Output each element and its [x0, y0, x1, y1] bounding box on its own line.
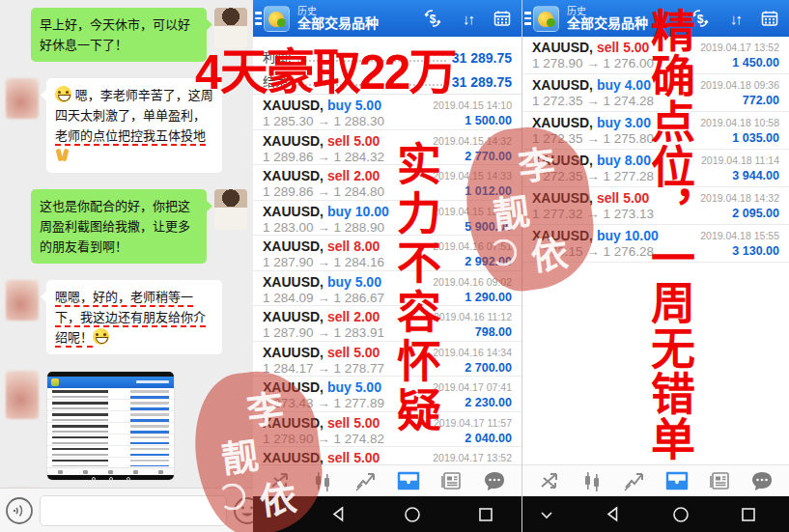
- summary-value: 31 289.75: [452, 50, 512, 66]
- messages-bubble-icon[interactable]: [749, 469, 775, 492]
- svg-text:$: $: [430, 13, 437, 26]
- trade-symbol: XAUUSD,: [263, 204, 324, 219]
- mini-navbar: [47, 475, 174, 481]
- trade-date: 2019.04.18 14:32: [700, 192, 779, 204]
- trade-side: sell 2.00: [327, 309, 380, 324]
- message-text: 嗯，李老师辛苦了，这周四天太刺激了，单单盈利，: [55, 88, 213, 123]
- trade-prices: 1 278.90 → 1 276.00: [532, 56, 654, 70]
- trade-prices: 1 289.86 → 1 284.80: [263, 184, 384, 199]
- trade-date: 2019.04.18 15:55: [700, 230, 779, 241]
- avatar[interactable]: [6, 371, 39, 419]
- avatar[interactable]: [6, 280, 39, 321]
- history-tray-icon-active[interactable]: [396, 469, 421, 492]
- android-home-icon[interactable]: [672, 506, 690, 523]
- promo-vertical-text-right: 精确点位，一周无错单: [637, 8, 701, 462]
- mt4-bottom-toolbar: [522, 464, 789, 496]
- mini-trade-list: [47, 388, 174, 467]
- android-hide-nav-chevron-icon[interactable]: [540, 510, 553, 519]
- trade-symbol: XAUUSD,: [263, 274, 324, 290]
- chat-text-input[interactable]: [40, 495, 227, 526]
- trade-side: buy 5.00: [327, 274, 381, 290]
- trade-date: 2019.04.17 13:52: [433, 452, 512, 463]
- trade-symbol: XAUUSD,: [263, 345, 324, 360]
- trade-side: buy 10.00: [327, 204, 389, 219]
- mt4-app-logo-icon: [533, 6, 559, 32]
- avatar[interactable]: [214, 189, 247, 230]
- symbol-filter-label: 全部交易品种: [567, 16, 648, 31]
- stamp-character: 靓: [491, 193, 531, 234]
- news-icon[interactable]: [707, 469, 732, 492]
- trade-side: buy 5.00: [327, 379, 381, 395]
- trade-prices: 1 284.09 → 1 286.67: [263, 291, 384, 305]
- message-text-underlined: 老师的点位把控我五体投地: [55, 128, 206, 143]
- summary-value: 31 289.75: [452, 74, 512, 90]
- trade-profit: 1 035.00: [700, 131, 779, 145]
- trade-profit: 1 450.00: [700, 56, 779, 70]
- trade-side: sell 8.00: [327, 238, 380, 254]
- stamp-character: 依: [529, 236, 570, 276]
- trade-prices: 1 289.86 → 1 284.32: [263, 150, 384, 164]
- history-tray-icon-active[interactable]: [664, 469, 690, 492]
- trade-symbol: XAUUSD,: [532, 77, 593, 93]
- android-back-icon[interactable]: [605, 506, 621, 522]
- calendar-icon[interactable]: [760, 9, 779, 28]
- news-icon[interactable]: [438, 469, 464, 492]
- trade-symbol: XAUUSD,: [532, 40, 593, 55]
- trade-date: 2019.04.18 09:36: [700, 79, 779, 91]
- currency-exchange-icon[interactable]: $: [422, 8, 443, 29]
- charts-icon[interactable]: [353, 469, 379, 492]
- trade-symbol: XAUUSD,: [263, 309, 324, 324]
- mini-toolbar: [47, 467, 174, 475]
- quotes-candlestick-icon[interactable]: [579, 469, 605, 492]
- chat-message: 这也是你配合的好，你把这周盈利截图给我撒，让更多的朋友看到啊！: [6, 189, 247, 264]
- trade-prices: 1 283.00 → 1 288.90: [263, 220, 389, 235]
- chat-bubble: 这也是你配合的好，你把这周盈利截图给我撒，让更多的朋友看到啊！: [31, 189, 207, 264]
- trade-profit: 3 130.00: [700, 244, 779, 258]
- grin-emoji-icon: [55, 86, 71, 102]
- trade-symbol: XAUUSD,: [263, 238, 324, 254]
- trade-date: 2019.04.18 11:14: [701, 154, 779, 166]
- android-home-icon[interactable]: [404, 506, 421, 523]
- mt4-header: 历史 全部交易品种 $ ↓↑: [253, 0, 521, 37]
- messages-bubble-icon[interactable]: [482, 469, 507, 492]
- promo-vertical-text-mid: 实力不容怀疑: [383, 141, 447, 436]
- android-nav-bar: [522, 496, 789, 532]
- trade-side: sell 5.00: [327, 133, 380, 149]
- trade-symbol: XAUUSD,: [263, 133, 324, 149]
- chat-message: 嗯嗯，好的，老师稍等一下，我这边还有朋友给你介绍呢！: [6, 280, 247, 354]
- charts-icon[interactable]: [622, 469, 647, 492]
- sort-icon[interactable]: ↓↑: [730, 11, 741, 27]
- trade-prices: 1 272.35 → 1 274.28: [532, 94, 654, 108]
- stamp-character: 李: [516, 146, 556, 186]
- trade-profit: 772.00: [700, 94, 779, 107]
- stamp-character: 依: [258, 480, 298, 520]
- symbol-filter-label: 全部交易品种: [297, 16, 379, 31]
- android-recents-icon[interactable]: [478, 507, 493, 522]
- screenshot-root: 早上好，今天休市，可以好好休息一下了！ 嗯，李老师辛苦了，这周四天太刺激了，单单…: [0, 0, 789, 532]
- avatar[interactable]: [6, 78, 39, 119]
- promo-headline-text: 4天豪取22万: [195, 33, 455, 102]
- trading-screenshot-thumbnail[interactable]: [46, 371, 175, 481]
- trade-side: sell 5.00: [327, 345, 380, 360]
- voice-message-icon[interactable]: [5, 496, 34, 525]
- menu-hamburger-icon[interactable]: [255, 12, 262, 25]
- trade-prices: 1 284.17 → 1 278.77: [263, 361, 384, 376]
- trade-side: sell 2.00: [327, 168, 380, 183]
- trade-side: sell 5.00: [327, 450, 380, 465]
- trade-prices: 1 285.30 → 1 288.30: [263, 114, 384, 128]
- menu-hamburger-icon[interactable]: [524, 12, 531, 25]
- trade-date: 2019.04.17 13:52: [700, 42, 779, 53]
- android-back-icon[interactable]: [330, 506, 347, 522]
- trade-profit: 1 500.00: [433, 114, 512, 127]
- message-text: 早上好，今天休市，可以好好休息一下了！: [40, 17, 190, 52]
- calendar-icon[interactable]: [493, 9, 512, 28]
- mini-header: [47, 377, 174, 388]
- chat-bubble: 早上好，今天休市，可以好好休息一下了！: [31, 8, 207, 62]
- trade-date: 2019.04.18 10:58: [700, 117, 779, 128]
- chat-bubble: 嗯嗯，好的，老师稍等一下，我这边还有朋友给你介绍呢！: [46, 280, 222, 354]
- sort-icon[interactable]: ↓↑: [463, 11, 473, 27]
- android-recents-icon[interactable]: [741, 507, 756, 522]
- trade-prices: 1 287.90 → 1 284.16: [263, 255, 384, 269]
- trade-arrows-icon[interactable]: [537, 469, 562, 492]
- trade-side: sell 5.00: [327, 415, 380, 431]
